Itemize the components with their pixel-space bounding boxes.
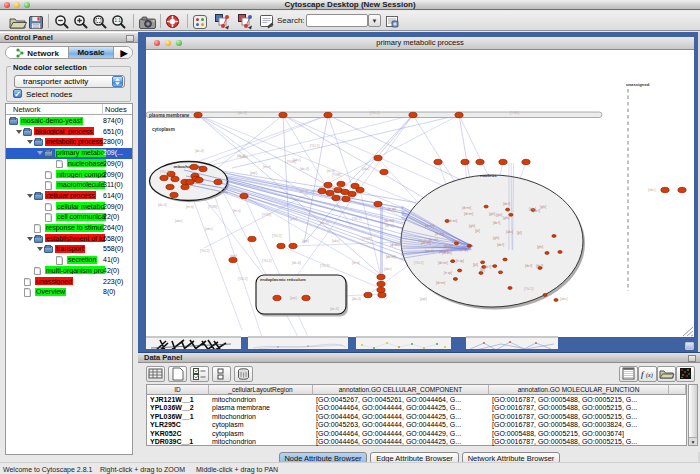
svg-text:[jkl]: [jkl] bbox=[517, 231, 522, 235]
svg-text:[de-4]: [de-4] bbox=[237, 154, 246, 158]
svg-text:[de int]: [de int] bbox=[438, 261, 448, 265]
svg-text:[abc]: [abc] bbox=[648, 188, 655, 192]
svg-text:[abc]: [abc] bbox=[332, 239, 339, 243]
svg-text:[YGR]: [YGR] bbox=[262, 213, 271, 217]
svg-text:[pqr]: [pqr] bbox=[302, 239, 309, 243]
svg-text:[dr mt]: [dr mt] bbox=[439, 250, 448, 254]
svg-text:[abc]: [abc] bbox=[205, 227, 212, 231]
svg-text:[jkl]: [jkl] bbox=[475, 229, 480, 233]
svg-text:[pqr]: [pqr] bbox=[250, 171, 257, 175]
svg-text:[dr mt]: [dr mt] bbox=[425, 224, 434, 228]
svg-text:unassigned: unassigned bbox=[626, 82, 650, 87]
svg-text:[de-4]: [de-4] bbox=[158, 203, 167, 207]
svg-text:[am k]: [am k] bbox=[425, 249, 434, 253]
svg-text:[de-4]: [de-4] bbox=[238, 111, 247, 115]
svg-text:[de f]: [de f] bbox=[493, 221, 500, 225]
svg-text:[ghi]: [ghi] bbox=[540, 205, 546, 209]
svg-text:[de f]: [de f] bbox=[525, 264, 532, 268]
svg-text:[tr sp]: [tr sp] bbox=[456, 259, 464, 263]
svg-text:[de int]: [de int] bbox=[384, 219, 394, 223]
svg-text:[jkl]: [jkl] bbox=[473, 263, 478, 267]
svg-text:[m,n]: [m,n] bbox=[352, 261, 360, 265]
svg-text:[de f]: [de f] bbox=[503, 202, 510, 206]
svg-text:[Ykl 2]: [Ykl 2] bbox=[370, 111, 379, 115]
svg-text:[dr mt]: [dr mt] bbox=[462, 206, 471, 210]
svg-text:[de-4]: [de-4] bbox=[330, 307, 339, 311]
svg-text:[YGR]: [YGR] bbox=[362, 237, 371, 241]
svg-text:[dr mt]: [dr mt] bbox=[435, 232, 444, 236]
svg-text:[Ykl 2]: [Ykl 2] bbox=[352, 217, 361, 221]
svg-text:[ghi]: [ghi] bbox=[537, 245, 543, 249]
svg-text:[ghi]: [ghi] bbox=[496, 213, 502, 217]
svg-text:[abc]: [abc] bbox=[384, 267, 391, 271]
svg-text:[m,n]: [m,n] bbox=[263, 165, 271, 169]
svg-text:[tr sp]: [tr sp] bbox=[388, 207, 396, 211]
svg-text:[m,n]: [m,n] bbox=[300, 189, 308, 193]
svg-text:[de-4]: [de-4] bbox=[385, 224, 394, 228]
svg-text:[m,n]: [m,n] bbox=[332, 185, 340, 189]
svg-text:[abc]: [abc] bbox=[362, 167, 369, 171]
svg-text:endoplasmic reticulum: endoplasmic reticulum bbox=[260, 277, 306, 282]
svg-text:[de f]: [de f] bbox=[497, 243, 504, 247]
svg-text:1:1: 1:1 bbox=[115, 18, 122, 23]
svg-text:[m,n]: [m,n] bbox=[233, 209, 241, 213]
svg-text:[de-4]: [de-4] bbox=[300, 167, 309, 171]
svg-text:[am k]: [am k] bbox=[452, 239, 461, 243]
svg-text:[dr mt]: [dr mt] bbox=[444, 244, 453, 248]
svg-text:[Ykl 2]: [Ykl 2] bbox=[524, 287, 533, 291]
svg-text:[ghi]: [ghi] bbox=[503, 216, 509, 220]
svg-text:[Ykl 2]: [Ykl 2] bbox=[262, 259, 271, 263]
svg-text:[tr sp]: [tr sp] bbox=[460, 248, 468, 252]
svg-text:[ghi]: [ghi] bbox=[469, 224, 475, 228]
svg-text:[Ykl 2]: [Ykl 2] bbox=[414, 261, 423, 265]
svg-text:[abc]: [abc] bbox=[175, 219, 182, 223]
svg-text:[m,n]: [m,n] bbox=[327, 169, 335, 173]
svg-text:f: f bbox=[641, 369, 645, 379]
svg-text:[de-4]: [de-4] bbox=[292, 261, 301, 265]
svg-text:[Ykl 2]: [Ykl 2] bbox=[320, 264, 329, 268]
svg-text:[de-4]: [de-4] bbox=[418, 239, 427, 243]
svg-text:[tr sp]: [tr sp] bbox=[444, 271, 452, 275]
svg-text:[m,n]: [m,n] bbox=[186, 205, 194, 209]
svg-text:cytoplasm: cytoplasm bbox=[152, 127, 175, 132]
svg-text:[de f]: [de f] bbox=[533, 209, 540, 213]
svg-text:[ghi]: [ghi] bbox=[493, 236, 499, 240]
svg-text:[Ykl 2]: [Ykl 2] bbox=[160, 170, 169, 174]
svg-text:(x): (x) bbox=[646, 372, 653, 379]
svg-text:[abc]: [abc] bbox=[506, 230, 513, 234]
svg-text:[Ykl 2]: [Ykl 2] bbox=[392, 243, 401, 247]
svg-text:[pqr]: [pqr] bbox=[290, 217, 297, 221]
svg-text:nucleus: nucleus bbox=[480, 173, 497, 178]
svg-text:[pqr]: [pqr] bbox=[290, 296, 297, 300]
svg-text:[YGR]: [YGR] bbox=[208, 205, 217, 209]
svg-text:[dr mt]: [dr mt] bbox=[448, 219, 457, 223]
svg-text:[de-4]: [de-4] bbox=[195, 149, 204, 153]
svg-text:[Ykl 2]: [Ykl 2] bbox=[238, 277, 247, 281]
svg-text:[de int]: [de int] bbox=[386, 255, 396, 259]
svg-text:[YGR]: [YGR] bbox=[332, 173, 341, 177]
svg-text:[pqr]: [pqr] bbox=[420, 297, 427, 301]
svg-text:[abc]: [abc] bbox=[293, 158, 300, 162]
svg-text:[YGR]: [YGR] bbox=[510, 111, 519, 115]
svg-text:[Ykl 2]: [Ykl 2] bbox=[272, 234, 281, 238]
svg-text:[de-4]: [de-4] bbox=[352, 297, 361, 301]
svg-text:[de f]: [de f] bbox=[484, 265, 491, 269]
svg-text:plasma membrane: plasma membrane bbox=[149, 113, 190, 118]
svg-text:[Ykl 2]: [Ykl 2] bbox=[310, 144, 319, 148]
svg-text:[Ykl 2]: [Ykl 2] bbox=[200, 249, 209, 253]
svg-text:[dr mt]: [dr mt] bbox=[436, 281, 445, 285]
svg-text:[dr mt]: [dr mt] bbox=[464, 212, 473, 216]
svg-text:[de f]: [de f] bbox=[536, 264, 543, 268]
svg-text:[abc]: [abc] bbox=[560, 297, 567, 301]
svg-text:[de-4]: [de-4] bbox=[320, 221, 329, 225]
svg-text:[ghi]: [ghi] bbox=[489, 212, 495, 216]
svg-text:[pqr]: [pqr] bbox=[230, 254, 237, 258]
